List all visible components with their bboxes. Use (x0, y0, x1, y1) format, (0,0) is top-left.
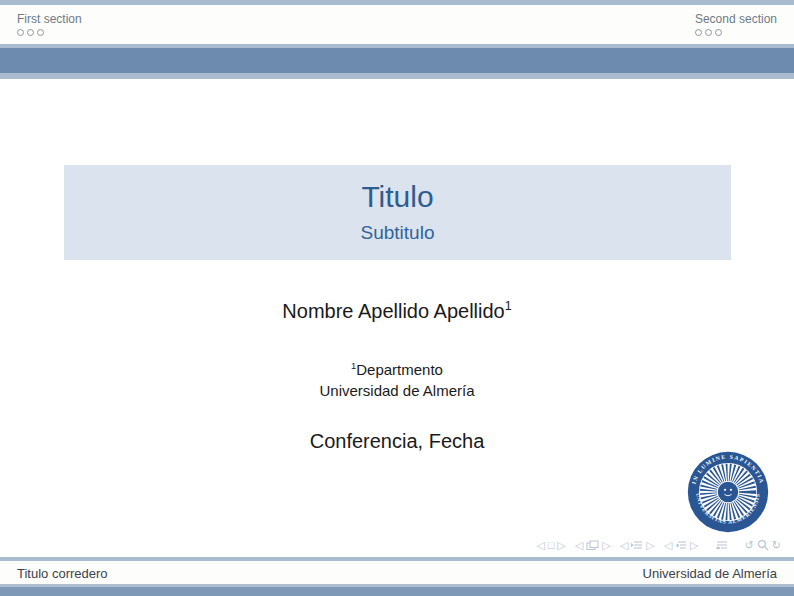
mini-frame-dot[interactable] (705, 29, 712, 36)
frames-icon[interactable] (586, 540, 599, 551)
institute-department: Departmento (356, 361, 443, 378)
mini-frame-dot[interactable] (695, 29, 702, 36)
institute-department-line: 1Departmento (0, 361, 794, 378)
author-name: Nombre Apellido Apellido (282, 300, 504, 322)
mini-frame-dot[interactable] (37, 29, 44, 36)
prev-frame-icon[interactable]: ◁ (575, 538, 583, 552)
section-nav-first: First section (17, 12, 82, 36)
title-panel: Titulo Subtitulo (64, 165, 731, 260)
mini-frame-dots-second (695, 29, 777, 36)
next-section-icon[interactable]: ▷ (646, 538, 654, 552)
slide-icon[interactable]: □ (548, 538, 555, 552)
footer-steel-bar (0, 587, 794, 596)
section-nav-second: Second section (695, 12, 777, 36)
header-divider-bottom (0, 73, 794, 79)
prev-subsection-icon[interactable]: ◁ (664, 538, 672, 552)
institute-university-line: Universidad de Almería (0, 382, 794, 399)
seal-sun-face (718, 482, 739, 503)
nav-group-tools: ↺ ↻ (745, 538, 781, 552)
subsection-icon[interactable] (675, 540, 687, 550)
nav-group-section: ◁ ▷ (620, 538, 655, 552)
section-icon[interactable] (631, 540, 643, 550)
prev-section-icon[interactable]: ◁ (620, 538, 628, 552)
beamer-title-slide: First section Second section Titulo Subt… (0, 0, 794, 596)
presentation-icon[interactable] (716, 540, 728, 550)
nav-group-slide: ◁ □ ▷ (536, 538, 566, 552)
footer-short-title: Titulo corredero (17, 566, 108, 581)
slide-subtitle: Subtitulo (361, 221, 435, 245)
mini-frame-dot[interactable] (27, 29, 34, 36)
header-steel-bar (0, 48, 794, 73)
author-line: Nombre Apellido Apellido1 (0, 299, 794, 323)
forward-icon[interactable]: ↻ (772, 538, 781, 552)
mini-frame-dots-first (17, 29, 82, 36)
author-footnote-mark: 1 (505, 299, 512, 313)
mini-frame-dot[interactable] (715, 29, 722, 36)
nav-group-frame: ◁ ▷ (575, 538, 611, 552)
footer-institution: Universidad de Almería (643, 566, 777, 581)
next-subsection-icon[interactable]: ▷ (690, 538, 698, 552)
seal-face-eye (730, 489, 732, 491)
section-link-first[interactable]: First section (17, 12, 82, 26)
beamer-navigation-bar: ◁ □ ▷ ◁ ▷ ◁ ▷ ◁ ▷ (527, 538, 781, 552)
find-icon[interactable] (757, 539, 769, 551)
mini-frame-dot[interactable] (17, 29, 24, 36)
next-frame-icon[interactable]: ▷ (602, 538, 610, 552)
next-slide-icon[interactable]: ▷ (557, 538, 565, 552)
nav-group-subsection: ◁ ▷ (664, 538, 699, 552)
slide-title: Titulo (361, 180, 433, 214)
conference-date-line: Conferencia, Fecha (0, 430, 794, 453)
nav-group-presentation (716, 540, 728, 550)
section-link-second[interactable]: Second section (695, 12, 777, 26)
header-navigation-band: First section Second section (0, 5, 794, 44)
back-icon[interactable]: ↺ (745, 538, 754, 552)
seal-face-eye (724, 489, 726, 491)
university-seal-logo: IN LUMINE SAPIENTIA UNIVERSITAS ALMERIEN… (687, 451, 769, 533)
prev-slide-icon[interactable]: ◁ (536, 538, 544, 552)
